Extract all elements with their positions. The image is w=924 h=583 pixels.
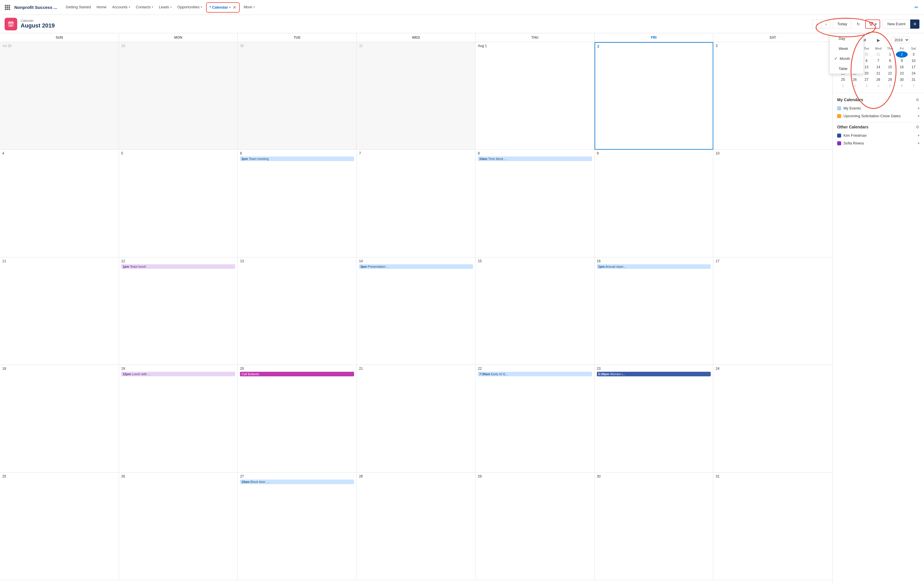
cal-cell-aug3[interactable]: 3 (713, 42, 832, 150)
mini-day-24[interactable]: 24 (908, 70, 919, 77)
mini-day-17[interactable]: 17 (908, 64, 919, 70)
cal-cell-aug10[interactable]: 10 (713, 150, 832, 257)
view-option-table[interactable]: Table (830, 64, 863, 74)
menu-icon-btn[interactable]: ≡ (910, 20, 919, 29)
cal-cell-aug12[interactable]: 12 1pm Team lunch (119, 257, 238, 365)
view-option-month[interactable]: ✓ Month (830, 54, 863, 64)
mini-day-sep2[interactable]: 2 (849, 83, 861, 89)
cal-cell-aug13[interactable]: 13 (238, 257, 356, 365)
mini-day-25[interactable]: 25 (837, 77, 849, 83)
nav-item-opportunities[interactable]: Opportunities ▾ (175, 0, 205, 15)
mini-day-27[interactable]: 27 (861, 77, 873, 83)
cal-cell-aug8[interactable]: 8 10am Time block ... (475, 150, 595, 257)
cal-cell-aug9[interactable]: 9 (595, 150, 714, 257)
event-aug27-1[interactable]: 10am Block time: ... (240, 479, 354, 484)
cal-cell-jul30[interactable]: 30 (238, 42, 356, 150)
cal-cell-aug24[interactable]: 24 (713, 365, 832, 473)
my-events-caret-btn[interactable]: ▾ (918, 106, 919, 110)
view-option-week[interactable]: Week (830, 44, 863, 54)
cal-cell-aug23[interactable]: 23 5:30pm Women i... (595, 365, 714, 473)
event-aug8-1[interactable]: 10am Time block ... (478, 156, 592, 161)
mini-day-14[interactable]: 14 (873, 64, 884, 70)
mini-day-sep4[interactable]: 4 (873, 83, 884, 89)
cal-prev-btn[interactable]: ‹ (812, 20, 822, 29)
nav-item-calendar[interactable]: * Calendar ▾ ✕ (206, 2, 240, 13)
cal-cell-aug22[interactable]: 22 7:30am Early in! E... (475, 365, 595, 473)
cal-next-btn[interactable]: › (822, 20, 830, 29)
mini-day-8[interactable]: 8 (884, 58, 896, 64)
event-aug16-1[interactable]: 1pm Annual repor... (597, 264, 711, 269)
event-aug20-1[interactable]: Call Bullards (240, 372, 354, 376)
cal-cell-aug4[interactable]: 4 (0, 150, 119, 257)
event-aug19-1[interactable]: 12pm Lunch with ... (121, 372, 235, 376)
cal-refresh-btn[interactable]: ↻ (854, 20, 863, 29)
cal-cell-aug27[interactable]: 27 10am Block time: ... (238, 473, 356, 580)
event-aug12-1[interactable]: 1pm Team lunch (121, 264, 235, 269)
cal-cell-aug1[interactable]: Aug 1 (475, 42, 595, 150)
cal-cell-aug25[interactable]: 25 (0, 473, 119, 580)
mini-day-sep5[interactable]: 5 (884, 83, 896, 89)
cal-cell-aug14[interactable]: 14 3pm Presentation ... (356, 257, 475, 365)
cal-cell-aug26[interactable]: 26 (119, 473, 238, 580)
cal-cell-aug31[interactable]: 31 (713, 473, 832, 580)
cal-cell-aug18[interactable]: 18 (0, 365, 119, 473)
nav-item-more[interactable]: More ▾ (241, 0, 258, 15)
cal-cell-aug11[interactable]: 11 (0, 257, 119, 365)
cal-cell-aug28[interactable]: 28 (356, 473, 475, 580)
mini-day-10[interactable]: 10 (908, 58, 919, 64)
cal-cell-aug16[interactable]: 16 1pm Annual repor... (595, 257, 714, 365)
mini-day-22[interactable]: 22 (884, 70, 896, 77)
mini-day-15[interactable]: 15 (884, 64, 896, 70)
mini-cal-year-select[interactable]: 2019 2020 2018 (891, 37, 909, 43)
mini-day-sep3[interactable]: 3 (861, 83, 873, 89)
nav-item-getting-started[interactable]: Getting Started (63, 0, 94, 15)
cal-cell-aug2[interactable]: 2 (595, 42, 714, 150)
mini-day-23[interactable]: 23 (896, 70, 908, 77)
kim-friedman-caret-btn[interactable]: ▾ (918, 133, 919, 138)
cal-cell-aug7[interactable]: 7 (356, 150, 475, 257)
mini-cal-next-btn[interactable]: ▶ (875, 37, 881, 43)
event-aug22-1[interactable]: 7:30am Early in! E... (478, 372, 592, 376)
mini-day-3[interactable]: 3 (908, 51, 919, 58)
new-event-btn[interactable]: New Event (883, 20, 910, 29)
cal-cell-aug17[interactable]: 17 (713, 257, 832, 365)
mini-day-1[interactable]: 1 (884, 51, 896, 58)
other-calendars-gear-btn[interactable]: ⚙ (916, 125, 919, 129)
mini-day-29[interactable]: 29 (884, 77, 896, 83)
cal-cell-aug30[interactable]: 30 (595, 473, 714, 580)
cal-view-picker-btn[interactable]: 📅 ▾ (865, 20, 880, 29)
mini-day-7[interactable]: 7 (873, 58, 884, 64)
cal-cell-jul28[interactable]: Jul 28 (0, 42, 119, 150)
cal-cell-aug21[interactable]: 21 (356, 365, 475, 473)
mini-day-9[interactable]: 9 (896, 58, 908, 64)
mini-day-31[interactable]: 31 (908, 77, 919, 83)
mini-day-26[interactable]: 26 (849, 77, 861, 83)
mini-day-sep6[interactable]: 6 (896, 83, 908, 89)
mini-day-21[interactable]: 21 (873, 70, 884, 77)
mini-day-16[interactable]: 16 (896, 64, 908, 70)
event-aug6-1[interactable]: 2pm Team meeting (240, 156, 354, 161)
cal-cell-aug6[interactable]: 6 2pm Team meeting (238, 150, 356, 257)
cal-cell-aug15[interactable]: 15 (475, 257, 595, 365)
cal-cell-aug5[interactable]: 5 (119, 150, 238, 257)
nav-item-contacts[interactable]: Contacts ▾ (133, 0, 156, 15)
solicitation-caret-btn[interactable]: ▾ (918, 114, 919, 118)
my-calendars-gear-btn[interactable]: ⚙ (916, 97, 919, 102)
sofia-rivera-caret-btn[interactable]: ▾ (918, 141, 919, 145)
calendar-close-btn[interactable]: ✕ (233, 5, 236, 10)
mini-day-2-today[interactable]: 2 (896, 51, 908, 58)
mini-day-jul31[interactable]: 31 (873, 51, 884, 58)
cal-cell-aug19[interactable]: 19 12pm Lunch with ... (119, 365, 238, 473)
mini-day-sep1[interactable]: 1 (837, 83, 849, 89)
view-option-day[interactable]: Day (830, 33, 863, 44)
nav-item-leads[interactable]: Leads ▾ (156, 0, 174, 15)
edit-icon[interactable]: ✏ (912, 5, 921, 10)
cal-today-btn[interactable]: Today (833, 20, 851, 29)
event-aug23-1[interactable]: 5:30pm Women i... (597, 372, 711, 376)
cal-cell-aug20[interactable]: 20 Call Bullards (238, 365, 356, 473)
nav-item-home[interactable]: Home (94, 0, 109, 15)
cal-cell-jul31[interactable]: 31 (356, 42, 475, 150)
mini-day-30[interactable]: 30 (896, 77, 908, 83)
mini-day-28[interactable]: 28 (873, 77, 884, 83)
app-grid-icon[interactable] (3, 3, 12, 12)
